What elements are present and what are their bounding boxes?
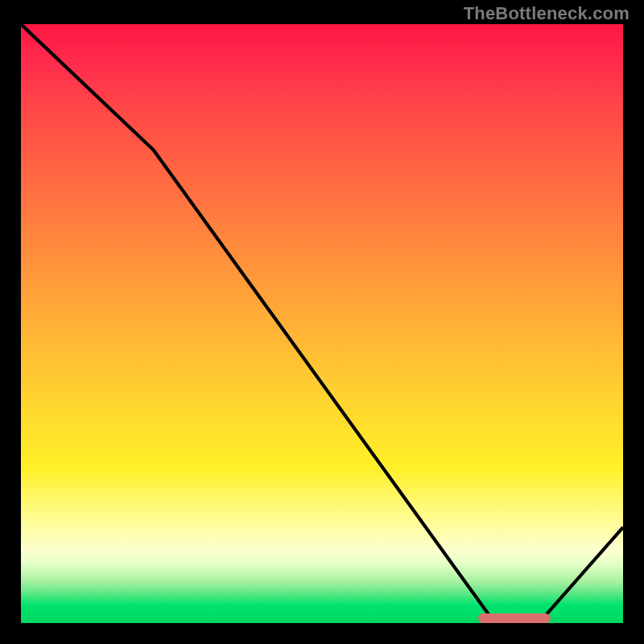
optimal-range-marker [478, 613, 551, 623]
chart-frame [13, 24, 631, 631]
bottleneck-curve [21, 24, 623, 623]
watermark-text: TheBottleneck.com [464, 3, 630, 24]
plot-area [21, 24, 623, 623]
